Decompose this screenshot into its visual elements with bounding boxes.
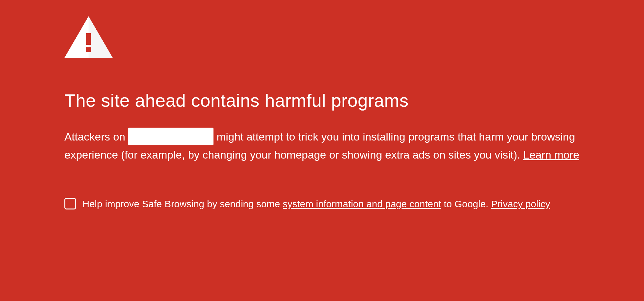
svg-marker-1 — [89, 16, 113, 58]
warning-heading: The site ahead contains harmful programs — [64, 90, 580, 111]
learn-more-link[interactable]: Learn more — [523, 149, 579, 161]
warning-description: Attackers on might attempt to trick you … — [64, 129, 580, 163]
svg-rect-3 — [86, 47, 91, 52]
description-text-before: Attackers on — [64, 131, 128, 143]
safe-browsing-opt-in-row: Help improve Safe Browsing by sending so… — [64, 197, 580, 212]
system-info-link[interactable]: system information and page content — [283, 199, 441, 209]
warning-triangle-icon — [64, 16, 580, 59]
checkbox-text-before: Help improve Safe Browsing by sending so… — [82, 199, 283, 209]
privacy-policy-link[interactable]: Privacy policy — [491, 199, 550, 209]
svg-rect-2 — [86, 33, 91, 45]
safe-browsing-checkbox[interactable] — [64, 198, 76, 209]
redacted-site-name — [128, 128, 213, 145]
checkbox-text-middle: to Google. — [441, 199, 491, 209]
safe-browsing-label: Help improve Safe Browsing by sending so… — [82, 197, 550, 212]
